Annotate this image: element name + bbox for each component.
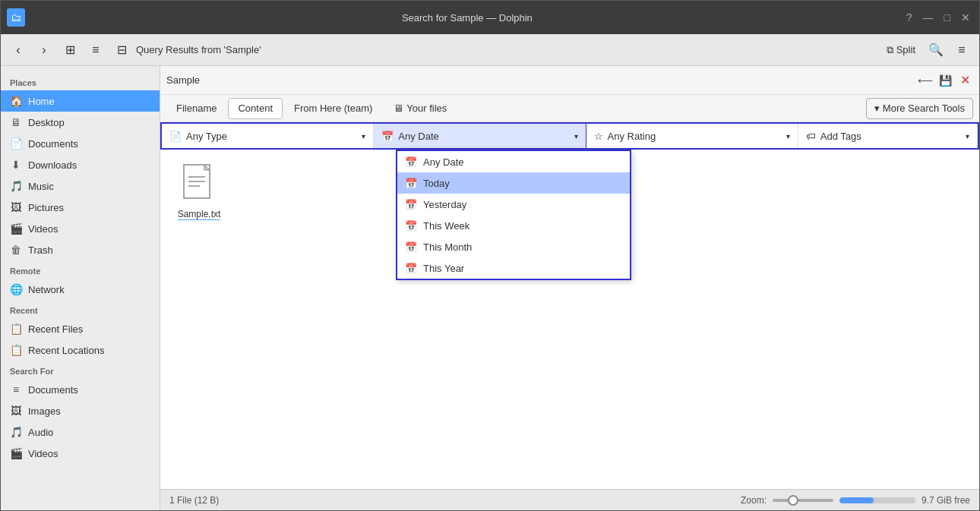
sidebar-item-music[interactable]: 🎵 Music bbox=[1, 175, 160, 197]
date-option-this-year[interactable]: 📅 This Year bbox=[397, 257, 630, 279]
file-count-label: 1 File (12 B) bbox=[169, 495, 219, 506]
downloads-icon: ⬇ bbox=[10, 159, 22, 171]
toolbar-right: ⧉ Split 🔍 ≡ bbox=[880, 39, 973, 62]
sidebar-item-pictures-label: Pictures bbox=[28, 202, 64, 213]
view-compact-button[interactable]: ≡ bbox=[84, 39, 107, 62]
rating-filter-label: Any Rating bbox=[608, 131, 656, 142]
type-filter-chevron: ▾ bbox=[362, 132, 365, 140]
home-icon: 🏠 bbox=[10, 95, 22, 107]
computer-icon: 🖥 bbox=[394, 103, 403, 114]
date-filter-dropdown[interactable]: 📅 Any Date ▾ bbox=[374, 124, 586, 148]
tab-from-here[interactable]: From Here (team) bbox=[284, 98, 382, 119]
help-button[interactable]: ? bbox=[903, 10, 915, 25]
zoom-thumb bbox=[788, 495, 798, 506]
date-option-this-month[interactable]: 📅 This Month bbox=[397, 236, 630, 257]
storage-fill bbox=[839, 497, 874, 503]
sidebar-item-downloads[interactable]: ⬇ Downloads bbox=[1, 154, 160, 175]
more-search-tools-label: More Search Tools bbox=[883, 103, 965, 114]
remote-label: Remote bbox=[1, 260, 160, 279]
search-input[interactable] bbox=[166, 71, 914, 90]
more-search-icon: ▾ bbox=[874, 103, 880, 114]
date-filter-label: Any Date bbox=[398, 131, 438, 142]
view-tree-button[interactable]: ⊟ bbox=[110, 39, 133, 62]
sf-videos-icon: 🎬 bbox=[10, 447, 22, 459]
sidebar-item-documents[interactable]: 📄 Documents bbox=[1, 133, 160, 154]
window-controls: ? — □ ✕ bbox=[903, 10, 973, 25]
more-search-tools-button[interactable]: ▾ More Search Tools bbox=[866, 98, 973, 119]
calendar-icon-year: 📅 bbox=[405, 263, 417, 274]
search-for-label: Search For bbox=[1, 361, 160, 379]
search-bar: ⟵ 💾 ✕ bbox=[160, 66, 979, 95]
rating-filter-icon: ☆ bbox=[594, 131, 603, 142]
sidebar-item-sf-images[interactable]: 🖼 Images bbox=[1, 400, 160, 421]
minimize-button[interactable]: — bbox=[920, 10, 937, 25]
date-option-any-date[interactable]: 📅 Any Date bbox=[397, 151, 630, 172]
date-option-yesterday-label: Yesterday bbox=[423, 199, 466, 210]
sidebar: Places 🏠 Home 🖥 Desktop 📄 Documents ⬇ Do… bbox=[1, 66, 160, 510]
search-clear-button[interactable]: ⟵ bbox=[917, 72, 934, 89]
back-button[interactable]: ‹ bbox=[7, 39, 30, 62]
sidebar-item-sf-documents[interactable]: ≡ Documents bbox=[1, 379, 160, 400]
type-filter-icon: 📄 bbox=[169, 131, 182, 142]
tab-content[interactable]: Content bbox=[228, 98, 283, 119]
documents-icon: 📄 bbox=[10, 137, 22, 150]
sidebar-item-sf-audio[interactable]: 🎵 Audio bbox=[1, 421, 160, 443]
type-filter-dropdown[interactable]: 📄 Any Type ▾ bbox=[162, 124, 374, 148]
filter-bar: 📄 Any Type ▾ 📅 Any Date ▾ ☆ Any Rating bbox=[160, 122, 979, 150]
date-option-yesterday[interactable]: 📅 Yesterday bbox=[397, 194, 630, 215]
rating-filter-dropdown[interactable]: ☆ Any Rating ▾ bbox=[586, 124, 798, 148]
trash-icon: 🗑 bbox=[10, 244, 22, 256]
date-option-today[interactable]: 📅 Today bbox=[397, 172, 630, 194]
forward-button[interactable]: › bbox=[33, 39, 55, 62]
zoom-slider[interactable] bbox=[773, 499, 833, 502]
sidebar-item-home[interactable]: 🏠 Home bbox=[1, 90, 160, 112]
close-button[interactable]: ✕ bbox=[958, 10, 973, 25]
tab-content-label: Content bbox=[238, 103, 273, 114]
sidebar-item-sf-audio-label: Audio bbox=[28, 427, 53, 438]
main-area: Places 🏠 Home 🖥 Desktop 📄 Documents ⬇ Do… bbox=[1, 66, 979, 510]
window-title: Search for Sample — Dolphin bbox=[31, 12, 903, 24]
sidebar-item-recent-files[interactable]: 📋 Recent Files bbox=[1, 318, 160, 339]
tags-filter-dropdown[interactable]: 🏷 Add Tags ▾ bbox=[798, 124, 978, 148]
sidebar-item-pictures[interactable]: 🖼 Pictures bbox=[1, 197, 160, 218]
app-icon: 🗂 bbox=[7, 8, 25, 27]
sidebar-item-sf-documents-label: Documents bbox=[28, 384, 78, 396]
search-save-button[interactable]: 💾 bbox=[937, 72, 953, 89]
tags-filter-chevron: ▾ bbox=[966, 132, 969, 140]
split-button[interactable]: ⧉ Split bbox=[880, 39, 922, 62]
calendar-icon-yesterday: 📅 bbox=[405, 199, 417, 210]
recent-label: Recent bbox=[1, 300, 160, 318]
search-close-button[interactable]: ✕ bbox=[956, 72, 973, 89]
maximize-button[interactable]: □ bbox=[941, 10, 953, 25]
date-option-any-date-label: Any Date bbox=[423, 156, 463, 168]
sidebar-item-downloads-label: Downloads bbox=[28, 159, 77, 171]
date-option-this-week[interactable]: 📅 This Week bbox=[397, 215, 630, 236]
tab-your-files[interactable]: 🖥 Your files bbox=[384, 98, 457, 119]
tags-filter-label: Add Tags bbox=[820, 131, 861, 142]
desktop-icon: 🖥 bbox=[10, 116, 22, 128]
sidebar-item-desktop[interactable]: 🖥 Desktop bbox=[1, 112, 160, 133]
menu-button[interactable]: ≡ bbox=[950, 39, 973, 62]
sidebar-item-recent-files-label: Recent Files bbox=[28, 323, 83, 335]
sidebar-item-sf-videos-label: Videos bbox=[28, 448, 58, 459]
date-option-this-week-label: This Week bbox=[423, 220, 469, 232]
sidebar-item-sf-videos[interactable]: 🎬 Videos bbox=[1, 443, 160, 464]
calendar-icon-month: 📅 bbox=[405, 241, 417, 253]
view-icons-button[interactable]: ⊞ bbox=[58, 39, 81, 62]
tab-filename[interactable]: Filename bbox=[166, 98, 226, 119]
sf-audio-icon: 🎵 bbox=[10, 426, 22, 438]
sidebar-item-trash[interactable]: 🗑 Trash bbox=[1, 239, 160, 260]
sidebar-item-network[interactable]: 🌐 Network bbox=[1, 279, 160, 300]
sidebar-item-recent-locations[interactable]: 📋 Recent Locations bbox=[1, 339, 160, 361]
file-icon-sample-txt bbox=[181, 162, 217, 204]
sidebar-item-music-label: Music bbox=[28, 181, 54, 192]
search-button[interactable]: 🔍 bbox=[925, 39, 947, 62]
txt-file-svg bbox=[183, 164, 215, 202]
music-icon: 🎵 bbox=[10, 180, 22, 192]
sidebar-item-videos[interactable]: 🎬 Videos bbox=[1, 218, 160, 239]
file-item-sample-txt[interactable]: Sample.txt bbox=[172, 162, 226, 220]
videos-icon: 🎬 bbox=[10, 222, 22, 235]
calendar-icon-any: 📅 bbox=[405, 156, 417, 168]
content-pane: ⟵ 💾 ✕ Filename Content From Here (team) … bbox=[160, 66, 979, 510]
tab-your-files-label: Your files bbox=[406, 103, 447, 114]
